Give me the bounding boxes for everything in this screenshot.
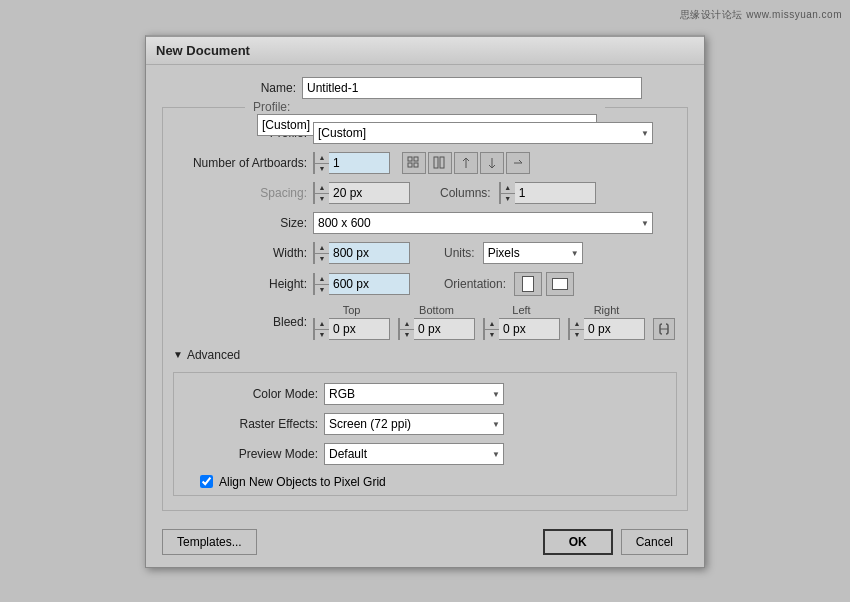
height-label: Height: bbox=[173, 277, 313, 291]
advanced-triangle: ▼ bbox=[173, 349, 183, 360]
artboards-up-btn[interactable]: ▲ bbox=[315, 152, 329, 163]
preview-select[interactable]: Default Pixel Overprint bbox=[324, 443, 504, 465]
bleed-bottom-down[interactable]: ▼ bbox=[400, 329, 414, 340]
bleed-right-down[interactable]: ▼ bbox=[570, 329, 584, 340]
new-document-dialog: New Document Name: Profile: [Custom] Pri… bbox=[145, 35, 705, 568]
cancel-button[interactable]: Cancel bbox=[621, 529, 688, 555]
color-mode-select[interactable]: RGB CMYK Grayscale bbox=[324, 383, 504, 405]
size-row: Size: 800 x 600 1024 x 768 Custom bbox=[173, 212, 677, 234]
align-checkbox-label: Align New Objects to Pixel Grid bbox=[219, 475, 386, 489]
name-row: Name: bbox=[162, 77, 688, 99]
spacing-columns-row: Spacing: ▲ ▼ Columns: ▲ ▼ bbox=[173, 182, 677, 204]
width-down-btn[interactable]: ▼ bbox=[315, 253, 329, 264]
bleed-row: Bleed: Top ▲ ▼ Bottom ▲ bbox=[173, 304, 677, 340]
grid-col-icon-btn[interactable] bbox=[428, 152, 452, 174]
columns-up-btn[interactable]: ▲ bbox=[501, 182, 515, 193]
width-spinner[interactable]: ▲ ▼ bbox=[313, 242, 410, 264]
preview-label: Preview Mode: bbox=[184, 447, 324, 461]
bleed-right-label: Right bbox=[594, 304, 620, 316]
bleed-bottom-up[interactable]: ▲ bbox=[400, 318, 414, 329]
bleed-top-input[interactable] bbox=[329, 319, 389, 339]
height-spinner[interactable]: ▲ ▼ bbox=[313, 273, 410, 295]
raster-row: Raster Effects: Screen (72 ppi) Medium (… bbox=[184, 413, 666, 435]
grid-icon-btn[interactable] bbox=[402, 152, 426, 174]
spacing-input[interactable] bbox=[329, 183, 409, 203]
artboards-row: Number of Artboards: ▲ ▼ bbox=[173, 152, 677, 174]
templates-button[interactable]: Templates... bbox=[162, 529, 257, 555]
link-icon[interactable] bbox=[653, 318, 675, 340]
advanced-content: Color Mode: RGB CMYK Grayscale Raster Ef… bbox=[173, 372, 677, 496]
size-label: Size: bbox=[173, 216, 313, 230]
columns-spinner[interactable]: ▲ ▼ bbox=[499, 182, 596, 204]
form-area: Name: Profile: [Custom] Print Web Mobile… bbox=[146, 77, 704, 511]
portrait-btn[interactable] bbox=[514, 272, 542, 296]
width-input[interactable] bbox=[329, 243, 409, 263]
spacing-up-btn[interactable]: ▲ bbox=[315, 182, 329, 193]
arrange-left-btn[interactable] bbox=[454, 152, 478, 174]
bleed-bottom-input[interactable] bbox=[414, 319, 474, 339]
bleed-right-input[interactable] bbox=[584, 319, 644, 339]
profile-select-main[interactable]: [Custom] Print Web bbox=[313, 122, 653, 144]
units-label: Units: bbox=[444, 246, 475, 260]
bleed-bottom-label: Bottom bbox=[419, 304, 454, 316]
columns-down-btn[interactable]: ▼ bbox=[501, 193, 515, 204]
svg-rect-0 bbox=[408, 157, 412, 161]
width-units-row: Width: ▲ ▼ Units: Pixels Inches Millimet bbox=[173, 242, 677, 264]
landscape-btn[interactable] bbox=[546, 272, 574, 296]
profile-label: Profile: bbox=[253, 100, 290, 114]
artboards-label: Number of Artboards: bbox=[173, 156, 313, 170]
dialog-title: New Document bbox=[146, 37, 704, 65]
spacing-label: Spacing: bbox=[173, 186, 313, 200]
svg-rect-2 bbox=[408, 163, 412, 167]
bleed-label: Bleed: bbox=[173, 315, 313, 329]
orientation-label: Orientation: bbox=[444, 277, 506, 291]
raster-label: Raster Effects: bbox=[184, 417, 324, 431]
preview-row: Preview Mode: Default Pixel Overprint bbox=[184, 443, 666, 465]
raster-select[interactable]: Screen (72 ppi) Medium (150 ppi) High (3… bbox=[324, 413, 504, 435]
name-input[interactable] bbox=[302, 77, 642, 99]
artboards-spinner[interactable]: ▲ ▼ bbox=[313, 152, 390, 174]
advanced-label: Advanced bbox=[187, 348, 240, 362]
ok-button[interactable]: OK bbox=[543, 529, 613, 555]
bottom-buttons: Templates... OK Cancel bbox=[146, 521, 704, 555]
columns-input[interactable] bbox=[515, 183, 595, 203]
spacing-spinner[interactable]: ▲ ▼ bbox=[313, 182, 410, 204]
height-up-btn[interactable]: ▲ bbox=[315, 273, 329, 284]
align-checkbox-row: Align New Objects to Pixel Grid bbox=[184, 475, 666, 489]
height-orientation-row: Height: ▲ ▼ Orientation: bbox=[173, 272, 677, 296]
size-select[interactable]: 800 x 600 1024 x 768 Custom bbox=[313, 212, 653, 234]
svg-rect-3 bbox=[414, 163, 418, 167]
advanced-toggle[interactable]: ▼ Advanced bbox=[173, 348, 677, 362]
bleed-left-up[interactable]: ▲ bbox=[485, 318, 499, 329]
width-label: Width: bbox=[173, 246, 313, 260]
bleed-top-up[interactable]: ▲ bbox=[315, 318, 329, 329]
landscape-icon bbox=[552, 278, 568, 290]
bleed-left-label: Left bbox=[512, 304, 530, 316]
bleed-left-input[interactable] bbox=[499, 319, 559, 339]
align-checkbox[interactable] bbox=[200, 475, 213, 488]
orientation-group: Orientation: bbox=[440, 272, 574, 296]
units-select[interactable]: Pixels Inches Millimeters bbox=[483, 242, 583, 264]
arrange-right-btn[interactable] bbox=[480, 152, 504, 174]
svg-rect-5 bbox=[440, 157, 444, 168]
artboard-icons bbox=[402, 152, 530, 174]
bleed-top-down[interactable]: ▼ bbox=[315, 329, 329, 340]
columns-label: Columns: bbox=[440, 186, 491, 200]
spacing-down-btn[interactable]: ▼ bbox=[315, 193, 329, 204]
bleed-left-down[interactable]: ▼ bbox=[485, 329, 499, 340]
width-up-btn[interactable]: ▲ bbox=[315, 242, 329, 253]
artboards-down-btn[interactable]: ▼ bbox=[315, 163, 329, 174]
bleed-top-label: Top bbox=[343, 304, 361, 316]
bleed-right-up[interactable]: ▲ bbox=[570, 318, 584, 329]
artboards-input[interactable] bbox=[329, 153, 389, 173]
color-mode-row: Color Mode: RGB CMYK Grayscale bbox=[184, 383, 666, 405]
height-input[interactable] bbox=[329, 274, 409, 294]
watermark: 思缘设计论坛 www.missyuan.com bbox=[680, 8, 842, 22]
color-mode-label: Color Mode: bbox=[184, 387, 324, 401]
arrange-arrow-btn[interactable] bbox=[506, 152, 530, 174]
svg-rect-4 bbox=[434, 157, 438, 168]
height-down-btn[interactable]: ▼ bbox=[315, 284, 329, 295]
units-group: Units: Pixels Inches Millimeters bbox=[440, 242, 583, 264]
svg-rect-1 bbox=[414, 157, 418, 161]
name-label: Name: bbox=[162, 81, 302, 95]
